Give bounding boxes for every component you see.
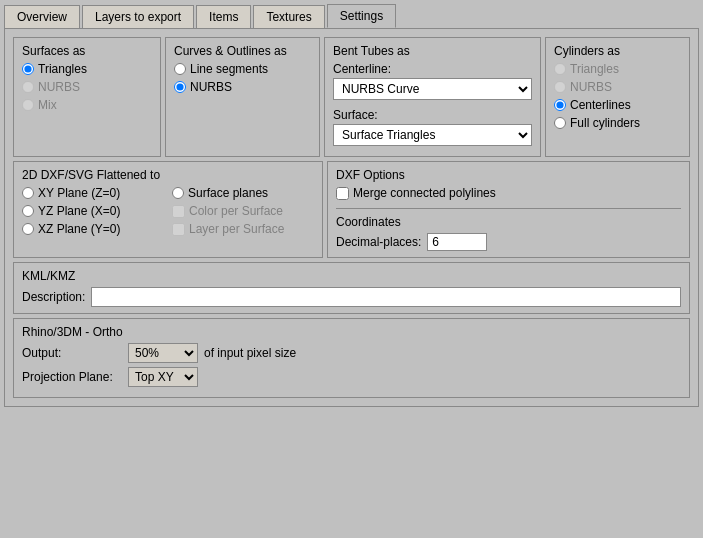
centerline-label: Centerline: <box>333 62 532 76</box>
kml-box: KML/KMZ Description: <box>13 262 690 314</box>
dxf-options-box: DXF Options Merge connected polylines Co… <box>327 161 690 258</box>
yz-plane-radio[interactable] <box>22 205 34 217</box>
tab-bar: Overview Layers to export Items Textures… <box>4 4 699 28</box>
dxf-svg-col1: XY Plane (Z=0) YZ Plane (X=0) XZ Plane (… <box>22 186 164 236</box>
curves-line-label: Line segments <box>190 62 268 76</box>
xy-plane-radio[interactable] <box>22 187 34 199</box>
rhino-output-label: Output: <box>22 346 122 360</box>
curves-nurbs-radio[interactable] <box>174 81 186 93</box>
surfaces-triangles-radio[interactable] <box>22 63 34 75</box>
coordinates-section: Coordinates Decimal-places: <box>336 208 681 251</box>
yz-plane-label: YZ Plane (X=0) <box>38 204 120 218</box>
xz-plane-label: XZ Plane (Y=0) <box>38 222 120 236</box>
tab-items[interactable]: Items <box>196 5 251 28</box>
settings-panel: Surfaces as Triangles NURBS Mix <box>4 28 699 407</box>
curves-radio-group: Line segments NURBS <box>174 62 311 94</box>
merge-polylines-option[interactable]: Merge connected polylines <box>336 186 681 200</box>
surfaces-nurbs-option[interactable]: NURBS <box>22 80 152 94</box>
cylinders-full-radio[interactable] <box>554 117 566 129</box>
plane-radio-group: XY Plane (Z=0) YZ Plane (X=0) XZ Plane (… <box>22 186 164 236</box>
cylinders-box: Cylinders as Triangles NURBS Centerlines <box>545 37 690 157</box>
decimal-places-row: Decimal-places: <box>336 233 681 251</box>
surfaces-triangles-option[interactable]: Triangles <box>22 62 152 76</box>
rhino-output-select[interactable]: 50% <box>128 343 198 363</box>
curves-line-option[interactable]: Line segments <box>174 62 311 76</box>
decimal-places-input[interactable] <box>427 233 487 251</box>
surface-label: Surface: <box>333 108 532 122</box>
cylinders-title: Cylinders as <box>554 44 681 58</box>
surface-dropdown[interactable]: Surface Triangles <box>333 124 532 146</box>
color-per-surface-label: Color per Surface <box>189 204 283 218</box>
xz-plane-option[interactable]: XZ Plane (Y=0) <box>22 222 164 236</box>
yz-plane-option[interactable]: YZ Plane (X=0) <box>22 204 164 218</box>
kml-description-label: Description: <box>22 290 85 304</box>
color-per-surface-option: Color per Surface <box>172 204 314 218</box>
surface-planes-option[interactable]: Surface planes <box>172 186 314 200</box>
layer-per-surface-option: Layer per Surface <box>172 222 314 236</box>
tab-settings[interactable]: Settings <box>327 4 396 28</box>
cylinders-triangles-radio <box>554 63 566 75</box>
merge-polylines-label: Merge connected polylines <box>353 186 496 200</box>
curves-nurbs-option[interactable]: NURBS <box>174 80 311 94</box>
dxf-svg-box: 2D DXF/SVG Flattened to XY Plane (Z=0) Y… <box>13 161 323 258</box>
merge-polylines-check[interactable] <box>336 187 349 200</box>
rhino-projection-label: Projection Plane: <box>22 370 122 384</box>
cylinders-radio-group: Triangles NURBS Centerlines Full cylinde… <box>554 62 681 130</box>
surfaces-box: Surfaces as Triangles NURBS Mix <box>13 37 161 157</box>
xz-plane-radio[interactable] <box>22 223 34 235</box>
cylinders-full-option[interactable]: Full cylinders <box>554 116 681 130</box>
cylinders-centerlines-radio[interactable] <box>554 99 566 111</box>
cylinders-nurbs-option[interactable]: NURBS <box>554 80 681 94</box>
cylinders-full-label: Full cylinders <box>570 116 640 130</box>
layer-per-surface-label: Layer per Surface <box>189 222 284 236</box>
xy-plane-option[interactable]: XY Plane (Z=0) <box>22 186 164 200</box>
surface-planes-radio[interactable] <box>172 187 184 199</box>
cylinders-triangles-label: Triangles <box>570 62 619 76</box>
bent-tubes-box: Bent Tubes as Centerline: NURBS Curve Su… <box>324 37 541 157</box>
surfaces-mix-option[interactable]: Mix <box>22 98 152 112</box>
surfaces-nurbs-radio <box>22 81 34 93</box>
kml-description-input[interactable] <box>91 287 681 307</box>
dxf-svg-title: 2D DXF/SVG Flattened to <box>22 168 314 182</box>
layer-per-surface-check <box>172 223 185 236</box>
xy-plane-label: XY Plane (Z=0) <box>38 186 120 200</box>
cylinders-triangles-option[interactable]: Triangles <box>554 62 681 76</box>
second-row: 2D DXF/SVG Flattened to XY Plane (Z=0) Y… <box>13 161 690 258</box>
rhino-box: Rhino/3DM - Ortho Output: 50% of input p… <box>13 318 690 398</box>
rhino-projection-row: Projection Plane: Top XY <box>22 367 681 387</box>
tab-overview[interactable]: Overview <box>4 5 80 28</box>
cylinders-nurbs-radio <box>554 81 566 93</box>
rhino-title: Rhino/3DM - Ortho <box>22 325 681 339</box>
dxf-svg-cols: XY Plane (Z=0) YZ Plane (X=0) XZ Plane (… <box>22 186 314 236</box>
dxf-svg-col2: Surface planes Color per Surface Layer p… <box>172 186 314 236</box>
cylinders-centerlines-option[interactable]: Centerlines <box>554 98 681 112</box>
tab-textures[interactable]: Textures <box>253 5 324 28</box>
kml-title: KML/KMZ <box>22 269 681 283</box>
surfaces-mix-radio <box>22 99 34 111</box>
main-container: Overview Layers to export Items Textures… <box>0 0 703 538</box>
curves-box: Curves & Outlines as Line segments NURBS <box>165 37 320 157</box>
color-per-surface-check <box>172 205 185 218</box>
coordinates-title: Coordinates <box>336 215 681 229</box>
curves-line-radio[interactable] <box>174 63 186 75</box>
curves-nurbs-label: NURBS <box>190 80 232 94</box>
surfaces-title: Surfaces as <box>22 44 152 58</box>
curves-title: Curves & Outlines as <box>174 44 311 58</box>
bent-tubes-title: Bent Tubes as <box>333 44 532 58</box>
cylinders-centerlines-label: Centerlines <box>570 98 631 112</box>
rhino-output-suffix: of input pixel size <box>204 346 296 360</box>
dxf-options-title: DXF Options <box>336 168 681 182</box>
centerline-dropdown[interactable]: NURBS Curve <box>333 78 532 100</box>
kml-description-row: Description: <box>22 287 681 307</box>
rhino-projection-select[interactable]: Top XY <box>128 367 198 387</box>
rhino-output-row: Output: 50% of input pixel size <box>22 343 681 363</box>
surfaces-mix-label: Mix <box>38 98 57 112</box>
decimal-places-label: Decimal-places: <box>336 235 421 249</box>
top-row: Surfaces as Triangles NURBS Mix <box>13 37 690 157</box>
surfaces-nurbs-label: NURBS <box>38 80 80 94</box>
surfaces-triangles-label: Triangles <box>38 62 87 76</box>
surface-options-group: Surface planes Color per Surface Layer p… <box>172 186 314 236</box>
surfaces-radio-group: Triangles NURBS Mix <box>22 62 152 112</box>
surface-planes-label: Surface planes <box>188 186 268 200</box>
tab-layers[interactable]: Layers to export <box>82 5 194 28</box>
